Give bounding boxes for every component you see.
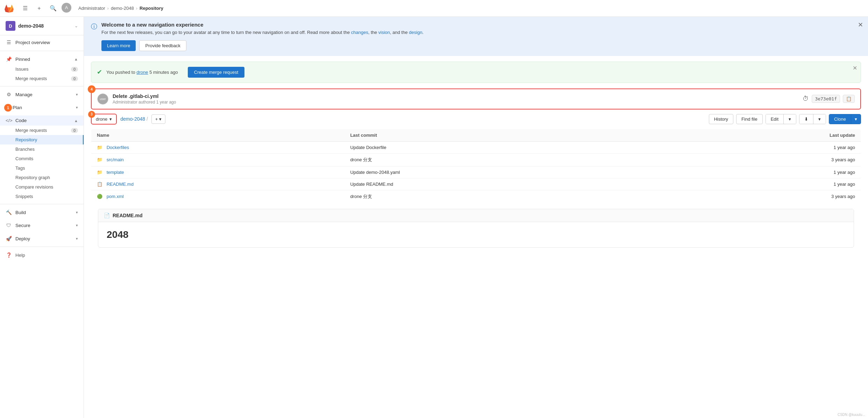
readme-file-icon: 📄 — [104, 213, 110, 218]
push-branch-link[interactable]: drone — [136, 70, 148, 75]
sidebar-item-commits[interactable]: Commits — [0, 154, 84, 163]
nav-banner-text: For the next few releases, you can go to… — [101, 29, 861, 36]
sidebar-item-snippets[interactable]: Snippets — [0, 192, 84, 201]
branch-select[interactable]: 3 drone ▾ — [91, 114, 117, 125]
file-table: Name Last commit Last update 📁 Dockerfil… — [91, 129, 861, 203]
table-row: 📁 src/main drone 分支 3 years ago — [91, 153, 861, 166]
sidebar-item-repository-graph[interactable]: Repository graph — [0, 173, 84, 182]
nav-banner-link-changes[interactable]: changes — [351, 30, 368, 35]
learn-more-button[interactable]: Learn more — [101, 40, 136, 51]
branches-label: Branches — [15, 147, 35, 152]
push-notice-close-button[interactable]: ✕ — [853, 65, 857, 71]
sidebar-item-project-overview[interactable]: ☰ Project overview — [0, 37, 84, 48]
sidebar-project[interactable]: D demo-2048 ⌄ — [0, 17, 84, 35]
branch-name: drone — [96, 116, 107, 122]
path-link[interactable]: demo-2048 — [120, 116, 145, 122]
sidebar-section-build: 🔨 Build ▾ — [0, 206, 84, 219]
push-notice: ✔ You pushed to drone 5 minutes ago Crea… — [91, 62, 861, 83]
check-circle-icon: ✔ — [97, 68, 102, 76]
user-avatar-icon[interactable]: A — [62, 3, 71, 13]
sidebar-item-issues[interactable]: Issues 0 — [0, 64, 84, 74]
merge-requests-pinned-label: Merge requests — [15, 76, 47, 81]
snippets-label: Snippets — [15, 194, 33, 199]
sidebar-divider-4 — [0, 247, 84, 247]
file-cell-name: 📁 src/main — [91, 153, 345, 166]
path-text: demo-2048 / — [120, 116, 148, 122]
clone-chevron-button[interactable]: ▾ — [851, 114, 861, 124]
breadcrumb-project[interactable]: demo-2048 — [111, 6, 134, 11]
nav-banner-link-vision[interactable]: vision — [378, 30, 390, 35]
provide-feedback-button[interactable]: Provide feedback — [139, 40, 186, 51]
readme-content: 2048 — [98, 222, 854, 247]
table-row: 📁 Dockerfiles Update Dockerfile 1 year a… — [91, 141, 861, 153]
file-cell-update: 1 year ago — [666, 166, 861, 178]
file-name-link[interactable]: README.md — [107, 182, 134, 187]
file-type-icon: 📁 — [97, 157, 102, 162]
copy-hash-button[interactable]: 📋 — [843, 95, 855, 103]
sidebar-section-pinned: 📌 Pinned ▲ Issues 0 Merge requests 0 — [0, 52, 84, 85]
sidebar-item-compare-revisions[interactable]: Compare revisions — [0, 182, 84, 192]
clock-icon: ⏱ — [803, 95, 809, 102]
merge-requests-code-badge: 0 — [71, 128, 78, 133]
gitlab-logo[interactable] — [4, 3, 14, 13]
sidebar-item-branches[interactable]: Branches — [0, 144, 84, 154]
file-name-link[interactable]: template — [107, 170, 124, 175]
new-item-icon[interactable]: + — [34, 3, 45, 14]
topbar-icons: ☰ + 🔍 A — [20, 3, 71, 14]
download-button[interactable]: ⬇ — [799, 114, 813, 124]
nav-banner-link-design[interactable]: design — [409, 30, 422, 35]
tags-label: Tags — [15, 165, 25, 171]
download-chevron-button[interactable]: ▾ — [813, 114, 826, 124]
clone-button[interactable]: Clone — [829, 114, 851, 124]
sidebar-item-merge-requests-code[interactable]: Merge requests 0 — [0, 126, 84, 135]
plan-chevron-icon: ▾ — [76, 105, 78, 110]
edit-button[interactable]: Edit — [766, 114, 784, 124]
file-browser: 3 drone ▾ demo-2048 / + ▾ History Fi — [91, 114, 861, 248]
search-icon[interactable]: 🔍 — [48, 3, 59, 14]
issues-badge: 0 — [71, 67, 78, 72]
add-chevron-icon: ▾ — [159, 116, 162, 122]
pinned-label: Pinned — [15, 57, 30, 62]
secure-icon: 🛡 — [6, 223, 12, 228]
file-type-icon: 📋 — [97, 182, 102, 187]
deploy-icon: 🚀 — [6, 236, 12, 241]
sidebar-section-code: </> Code ▲ Merge requests 0 Repository B… — [0, 114, 84, 203]
file-name-link[interactable]: Dockerfiles — [107, 145, 129, 150]
sidebar-item-help[interactable]: ❓ Help — [0, 250, 84, 260]
file-name-link[interactable]: pom.xml — [107, 194, 124, 199]
create-merge-request-button[interactable]: Create merge request — [188, 67, 244, 78]
add-button[interactable]: + ▾ — [151, 114, 166, 124]
breadcrumb-admin[interactable]: Administrator — [78, 6, 105, 11]
file-cell-update: 1 year ago — [666, 178, 861, 190]
issues-label: Issues — [15, 66, 29, 72]
file-name-link[interactable]: src/main — [107, 157, 124, 162]
step-badge-4: 4 — [88, 85, 95, 93]
nav-banner-close-button[interactable]: ✕ — [858, 21, 863, 29]
sidebar-group-manage[interactable]: ⚙ Manage ▾ — [0, 89, 84, 100]
sidebar-toggle-icon[interactable]: ☰ — [20, 3, 31, 14]
sidebar-group-plan[interactable]: 1 Plan ▾ — [0, 102, 84, 113]
nav-banner: ⓘ Welcome to a new navigation experience… — [84, 17, 868, 56]
edit-chevron-button[interactable]: ▾ — [784, 114, 796, 124]
sidebar-item-repository[interactable]: Repository — [0, 135, 84, 144]
sidebar-group-deploy[interactable]: 🚀 Deploy ▾ — [0, 233, 84, 244]
file-table-body: 📁 Dockerfiles Update Dockerfile 1 year a… — [91, 141, 861, 203]
col-name: Name — [91, 129, 345, 141]
breadcrumb-current: Repository — [140, 6, 163, 11]
project-avatar: D — [6, 21, 15, 31]
download-button-group: ⬇ ▾ — [799, 114, 826, 124]
sidebar-group-secure[interactable]: 🛡 Secure ▾ — [0, 220, 84, 231]
sidebar-item-tags[interactable]: Tags — [0, 163, 84, 173]
sidebar-item-merge-requests-pinned[interactable]: Merge requests 0 — [0, 74, 84, 83]
sidebar-group-pinned[interactable]: 📌 Pinned ▲ — [0, 54, 84, 64]
file-type-icon: 📁 — [97, 170, 102, 175]
sidebar-group-code[interactable]: </> Code ▲ — [0, 115, 84, 126]
sidebar-section-overview: ☰ Project overview — [0, 35, 84, 49]
commit-avatar: user — [97, 93, 108, 105]
file-cell-name: 📋 README.md — [91, 178, 345, 190]
file-type-icon: 🟢 — [97, 194, 102, 199]
history-button[interactable]: History — [709, 114, 733, 124]
find-file-button[interactable]: Find file — [736, 114, 763, 124]
sidebar-group-build[interactable]: 🔨 Build ▾ — [0, 207, 84, 218]
manage-chevron-icon: ▾ — [76, 92, 78, 97]
